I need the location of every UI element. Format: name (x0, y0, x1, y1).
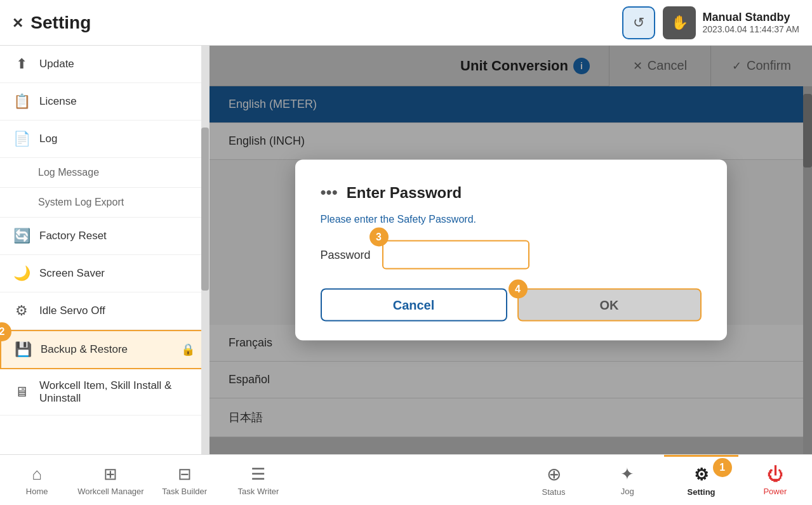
navbar: ⌂ Home ⊞ Workcell Manager ⊟ Task Builder… (0, 454, 812, 505)
nav-workcell-manager[interactable]: ⊞ Workcell Manager (74, 455, 147, 505)
nav-task-builder-label: Task Builder (162, 487, 207, 496)
setting-icon: ⚙ (694, 465, 709, 485)
password-input[interactable] (382, 240, 529, 270)
nav-task-writer-label: Task Writer (238, 487, 279, 496)
nav-jog[interactable]: ✦ Jog (590, 455, 664, 505)
sidebar-item-update[interactable]: ⬆ Update (0, 46, 209, 83)
sidebar-scroll[interactable]: ⬆ Update 📋 License 📄 Log Log Message Sys… (0, 46, 209, 454)
modal-header: ••• Enter Password (321, 183, 702, 202)
step-badge-3: 3 (369, 228, 389, 247)
status-title: Manual Standby (702, 11, 799, 24)
sidebar: ⬆ Update 📋 License 📄 Log Log Message Sys… (0, 46, 210, 454)
header-status: ✋ Manual Standby 2023.04.04 11:44:37 AM (663, 6, 799, 39)
header: × Setting ↺ ✋ Manual Standby 2023.04.04 … (0, 0, 812, 46)
modal-ok-wrapper: 4 OK (517, 289, 702, 322)
sidebar-item-license-label: License (39, 95, 77, 108)
sidebar-item-backup-restore-label: Backup & Restore (41, 343, 128, 356)
sidebar-item-log-label: Log (39, 133, 57, 145)
hand-icon: ✋ (671, 15, 688, 31)
sidebar-item-factory-reset-label: Factory Reset (39, 230, 107, 242)
nav-task-builder[interactable]: ⊟ Task Builder (148, 455, 222, 505)
content-area: Unit Conversion i ✕ Cancel ✓ Confirm Eng… (210, 46, 812, 454)
nav-status-label: Status (542, 487, 566, 497)
status-icon: ⊕ (547, 464, 561, 485)
sidebar-scroll-thumb (201, 128, 209, 291)
close-button[interactable]: × (13, 13, 23, 33)
modal-actions: Cancel 4 OK (321, 289, 702, 322)
sidebar-item-system-log-export-label: System Log Export (38, 197, 124, 207)
sidebar-scroll-track[interactable] (201, 46, 209, 454)
sidebar-item-factory-reset[interactable]: 🔄 Factory Reset (0, 218, 209, 255)
page-title: Setting (30, 13, 91, 33)
nav-home[interactable]: ⌂ Home (0, 455, 74, 505)
step-badge-4: 4 (509, 280, 528, 299)
header-left: × Setting (13, 13, 91, 33)
home-icon: ⌂ (32, 464, 42, 484)
idle-servo-icon: ⚙ (13, 303, 30, 319)
workcell-manager-icon: ⊞ (103, 464, 117, 484)
jog-icon: ✦ (620, 464, 634, 484)
modal-title: Enter Password (347, 183, 462, 201)
nav-home-label: Home (26, 487, 48, 496)
password-label: Password (321, 248, 371, 261)
sidebar-item-screen-saver[interactable]: 🌙 Screen Saver (0, 255, 209, 292)
update-icon: ⬆ (13, 56, 30, 72)
sidebar-item-log-message-label: Log Message (38, 167, 99, 178)
sidebar-item-license[interactable]: 📋 License (0, 83, 209, 121)
nav-jog-label: Jog (621, 487, 634, 496)
power-icon: ⏻ (767, 464, 783, 484)
status-text: Manual Standby 2023.04.04 11:44:37 AM (702, 11, 799, 34)
main-layout: ⬆ Update 📋 License 📄 Log Log Message Sys… (0, 46, 812, 454)
screen-saver-icon: 🌙 (13, 265, 30, 282)
lock-icon: 🔒 (181, 343, 195, 357)
header-icon-btn-1[interactable]: ↺ (622, 6, 655, 39)
rotate-icon: ↺ (633, 15, 644, 31)
backup-restore-icon: 💾 (14, 341, 32, 358)
sidebar-item-workcell[interactable]: 🖥 Workcell Item, Skill Install & Uninsta… (0, 369, 209, 416)
nav-task-writer[interactable]: ☰ Task Writer (222, 455, 295, 505)
modal-form: Password 3 (321, 240, 702, 270)
status-time: 2023.04.04 11:44:37 AM (702, 24, 799, 34)
sidebar-item-idle-servo-off[interactable]: ⚙ Idle Servo Off (0, 292, 209, 330)
sidebar-item-workcell-label: Workcell Item, Skill Install & Uninstall (39, 379, 196, 405)
factory-reset-icon: 🔄 (13, 228, 30, 244)
status-icon: ✋ (663, 6, 696, 39)
nav-power[interactable]: ⏻ Power (738, 455, 812, 505)
sidebar-item-log-message[interactable]: Log Message (0, 158, 209, 188)
task-builder-icon: ⊟ (178, 464, 192, 484)
sidebar-item-system-log-export[interactable]: System Log Export (0, 188, 209, 218)
nav-setting[interactable]: 1 ⚙ Setting (664, 455, 738, 505)
log-icon: 📄 (13, 131, 30, 147)
license-icon: 📋 (13, 93, 30, 110)
header-right: ↺ ✋ Manual Standby 2023.04.04 11:44:37 A… (622, 6, 799, 39)
nav-status[interactable]: ⊕ Status (517, 455, 590, 505)
sidebar-item-log[interactable]: 📄 Log (0, 121, 209, 158)
modal-ok-button[interactable]: OK (517, 289, 702, 322)
sidebar-item-idle-servo-off-label: Idle Servo Off (39, 305, 105, 317)
step-badge-1: 1 (713, 458, 732, 477)
modal-cancel-button[interactable]: Cancel (321, 289, 507, 322)
password-modal: ••• Enter Password Please enter the Safe… (295, 160, 727, 341)
workcell-icon: 🖥 (13, 384, 30, 400)
task-writer-icon: ☰ (251, 464, 265, 484)
sidebar-item-backup-restore[interactable]: 💾 Backup & Restore 🔒 2 (0, 330, 209, 369)
nav-workcell-manager-label: Workcell Manager (77, 487, 144, 496)
sidebar-item-screen-saver-label: Screen Saver (39, 267, 105, 280)
sidebar-item-update-label: Update (39, 58, 74, 70)
nav-power-label: Power (763, 487, 787, 496)
modal-dots-icon: ••• (321, 183, 338, 202)
nav-setting-label: Setting (688, 487, 715, 497)
modal-subtitle: Please enter the Safety Password. (321, 214, 702, 225)
